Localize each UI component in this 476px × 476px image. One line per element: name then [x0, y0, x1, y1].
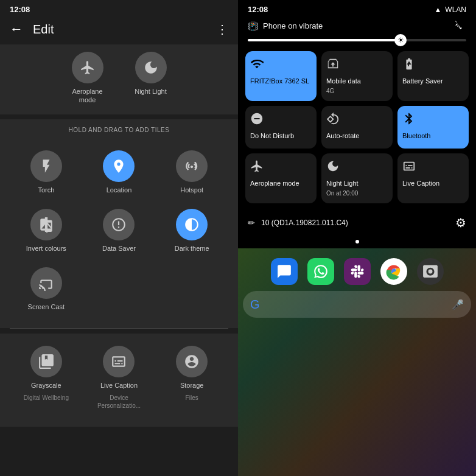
- google-search-bar[interactable]: G 🎤: [243, 291, 471, 318]
- chrome-app-icon[interactable]: [380, 258, 407, 285]
- darktheme-label: Dark theme: [175, 244, 209, 253]
- dnd-tile-label: Do Not Disturb: [250, 132, 294, 140]
- darktheme-icon-circle: [176, 209, 208, 240]
- camera-app-icon[interactable]: [417, 258, 444, 285]
- quick-tile-dnd[interactable]: Do Not Disturb: [245, 106, 317, 149]
- torch-icon-circle: [30, 150, 62, 182]
- signal-icon: ▲: [434, 5, 441, 14]
- slack-icon: [349, 264, 365, 279]
- wifi-label: WLAN: [445, 5, 466, 14]
- right-status-icons: ▲ WLAN: [434, 5, 466, 14]
- location-icon: [111, 158, 127, 174]
- brightness-bar[interactable]: ☀: [238, 37, 476, 49]
- bottom-tiles-section: Grayscale Digital Wellbeing Live Caption…: [0, 334, 238, 426]
- livecaption-bottom-label: Live Caption: [100, 381, 138, 390]
- app-row: [271, 258, 444, 285]
- quick-tile-mobiledata[interactable]: Mobile data 4G: [321, 51, 393, 101]
- tile-darktheme[interactable]: Dark theme: [155, 201, 228, 260]
- tile-livecaption-bottom[interactable]: Live Caption Device Personalizatio...: [83, 338, 156, 416]
- pencil-icon: ✏: [248, 218, 255, 228]
- settings-button[interactable]: ⚙: [455, 215, 466, 230]
- grayscale-icon-circle: [30, 346, 62, 377]
- brightness-fill: [248, 39, 401, 41]
- autorotate-tile-label: Auto-rotate: [326, 132, 359, 140]
- dnd-tile-icon: [250, 112, 264, 128]
- tile-screencast[interactable]: Screen Cast: [10, 260, 83, 318]
- bluetooth-icon: [402, 112, 416, 125]
- hotspot-icon: [184, 158, 200, 174]
- notification-text: Phone on vibrate: [263, 21, 323, 30]
- location-label: Location: [107, 186, 132, 194]
- notification-left: 📳 Phone on vibrate: [248, 21, 323, 31]
- dot-container: [238, 235, 476, 248]
- tile-datasaver[interactable]: Data Saver: [83, 201, 156, 260]
- wifi-signal-icon: [454, 20, 466, 30]
- quick-tile-autorotate[interactable]: Auto-rotate: [321, 106, 393, 149]
- tile-grayscale[interactable]: Grayscale Digital Wellbeing: [10, 338, 83, 416]
- nightlight-icon: [143, 60, 159, 75]
- storage-sub: Files: [186, 394, 198, 402]
- storage-label: Storage: [180, 381, 204, 390]
- wifi-tile-label: FRITZ!Box 7362 SL: [250, 77, 309, 85]
- nightlight-label: Night Light: [135, 87, 167, 96]
- wifi-icon: [250, 57, 264, 71]
- tile-nightlight[interactable]: Night Light: [127, 52, 175, 105]
- autorotate-icon: [326, 112, 340, 125]
- brightness-track[interactable]: ☀: [248, 39, 466, 41]
- quick-tile-livecaption[interactable]: Live Caption: [397, 153, 469, 203]
- aeroplane-quick-label: Aeroplane mode: [250, 180, 299, 187]
- quick-tile-aeroplane[interactable]: Aeroplane mode: [245, 153, 317, 203]
- location-icon-circle: [103, 150, 135, 182]
- aeroplane-icon: [80, 60, 96, 75]
- tile-hotspot[interactable]: Hotspot: [155, 143, 228, 201]
- left-header: ← Edit ⋮: [0, 16, 238, 44]
- hold-drag-section: HOLD AND DRAG TO ADD TILES Torch Loc: [0, 119, 238, 329]
- torch-icon: [38, 158, 54, 174]
- aeroplane-label: Aeroplane mode: [63, 87, 112, 105]
- livecaption-bottom-icon-circle: [103, 346, 135, 377]
- hold-drag-label: HOLD AND DRAG TO ADD TILES: [0, 119, 238, 138]
- tile-invert[interactable]: Invert colours: [10, 201, 83, 260]
- tile-torch[interactable]: Torch: [10, 143, 83, 201]
- livecaption-bottom-sub: Device Personalizatio...: [88, 394, 151, 410]
- messages-app-icon[interactable]: [271, 258, 298, 285]
- camera-icon: [422, 264, 438, 279]
- quick-tile-wifi[interactable]: FRITZ!Box 7362 SL: [245, 51, 317, 101]
- plane-icon: [250, 159, 264, 173]
- darktheme-icon: [184, 217, 200, 233]
- page-dot: [355, 240, 359, 243]
- invert-label: Invert colours: [26, 244, 66, 253]
- bottom-bar: ✏ 10 (QD1A.190821.011.C4) ⚙: [238, 211, 476, 235]
- quick-tile-bluetooth[interactable]: Bluetooth: [397, 106, 469, 149]
- chrome-icon: [385, 263, 402, 280]
- grayscale-label: Grayscale: [31, 381, 61, 390]
- torch-label: Torch: [38, 186, 54, 194]
- slack-app-icon[interactable]: [344, 258, 371, 285]
- screencast-icon: [38, 275, 54, 291]
- hotspot-label: Hotspot: [180, 186, 203, 194]
- storage-icon-circle: [176, 346, 208, 377]
- moon-icon: [326, 159, 340, 173]
- grayscale-icon: [38, 354, 54, 369]
- autorotate-tile-icon: [326, 112, 340, 128]
- back-button[interactable]: ←: [10, 21, 23, 37]
- brightness-thumb: ☀: [394, 34, 407, 46]
- mobiledata-icon: [326, 57, 340, 71]
- tile-location[interactable]: Location: [83, 143, 156, 201]
- quick-tile-nightlight[interactable]: Night Light On at 20:00: [321, 153, 393, 203]
- left-panel: 12:08 ← Edit ⋮ Aeroplane mode Night Ligh…: [0, 0, 238, 476]
- whatsapp-app-icon[interactable]: [307, 258, 334, 285]
- screencast-icon-circle: [30, 267, 62, 299]
- screencast-label: Screen Cast: [28, 303, 65, 311]
- livecaption-bottom-icon: [111, 354, 127, 369]
- datasaver-icon: [111, 217, 127, 233]
- tile-aeroplane[interactable]: Aeroplane mode: [63, 52, 112, 105]
- quick-tile-batterysaver[interactable]: Battery Saver: [397, 51, 469, 101]
- quick-tiles-grid: FRITZ!Box 7362 SL Mobile data 4G Battery…: [238, 49, 476, 208]
- nightlight-quick-label: Night Light: [326, 180, 359, 187]
- more-options-button[interactable]: ⋮: [216, 22, 228, 37]
- hotspot-icon-circle: [176, 150, 208, 182]
- battery-icon: [402, 57, 416, 71]
- tile-storage[interactable]: Storage Files: [155, 338, 228, 416]
- aeroplane-quick-icon: [250, 159, 264, 176]
